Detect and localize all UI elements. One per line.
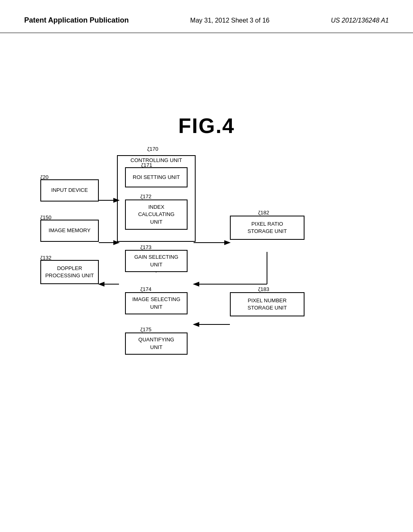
gain-selecting-unit-box: GAIN SELECTINGUNIT xyxy=(125,250,188,272)
ref-175: ζ175 xyxy=(140,326,151,332)
sheet-info: May 31, 2012 Sheet 3 of 16 xyxy=(190,17,270,24)
patent-number: US 2012/136248 A1 xyxy=(331,17,389,24)
image-selecting-unit-label: IMAGE SELECTINGUNIT xyxy=(132,296,180,310)
ref-20: ζ20 xyxy=(40,174,48,180)
pixel-ratio-storage-unit-box: PIXEL RATIOSTORAGE UNIT xyxy=(230,216,305,240)
ref-174: ζ174 xyxy=(140,286,151,292)
quantifying-unit-box: QUANTIFYINGUNIT xyxy=(125,332,188,355)
doppler-processing-unit-label: DOPPLERPROCESSING UNIT xyxy=(45,265,94,279)
image-selecting-unit-box: IMAGE SELECTINGUNIT xyxy=(125,292,188,314)
quantifying-unit-label: QUANTIFYINGUNIT xyxy=(138,336,174,351)
gain-selecting-unit-label: GAIN SELECTINGUNIT xyxy=(134,254,178,268)
input-device-label: INPUT DEVICE xyxy=(51,187,88,194)
ref-171: ζ171 xyxy=(141,162,152,168)
page-header: Patent Application Publication May 31, 2… xyxy=(0,0,413,33)
patent-diagram: ζ170 CONTROLLING UNIT ROI SETTING UNIT ζ… xyxy=(32,153,379,435)
roi-setting-unit-box: ROI SETTING UNIT xyxy=(125,167,188,187)
figure-title: FIG.4 xyxy=(0,114,413,138)
pixel-number-storage-unit-box: PIXEL NUMBERSTORAGE UNIT xyxy=(230,292,305,316)
image-memory-box: IMAGE MEMORY xyxy=(40,220,99,242)
ref-182: ζ182 xyxy=(258,210,269,216)
pixel-number-storage-unit-label: PIXEL NUMBERSTORAGE UNIT xyxy=(248,297,287,312)
ref-172: ζ172 xyxy=(140,193,151,200)
doppler-processing-unit-box: DOPPLERPROCESSING UNIT xyxy=(40,260,99,284)
input-device-box: INPUT DEVICE xyxy=(40,179,99,202)
ref-183: ζ183 xyxy=(258,286,269,292)
controlling-unit-label: CONTROLLING UNIT xyxy=(119,157,194,163)
index-calculating-unit-box: INDEXCALCULATINGUNIT xyxy=(125,200,188,230)
ref-150: ζ150 xyxy=(40,214,51,220)
pixel-ratio-storage-unit-label: PIXEL RATIOSTORAGE UNIT xyxy=(248,220,287,235)
ref-173: ζ173 xyxy=(140,244,151,250)
index-calculating-unit-label: INDEXCALCULATINGUNIT xyxy=(138,204,174,226)
publication-label: Patent Application Publication xyxy=(24,16,129,25)
roi-setting-unit-label: ROI SETTING UNIT xyxy=(133,174,180,181)
image-memory-label: IMAGE MEMORY xyxy=(49,227,91,234)
ref-132: ζ132 xyxy=(40,255,51,261)
ref-170: ζ170 xyxy=(147,146,158,152)
